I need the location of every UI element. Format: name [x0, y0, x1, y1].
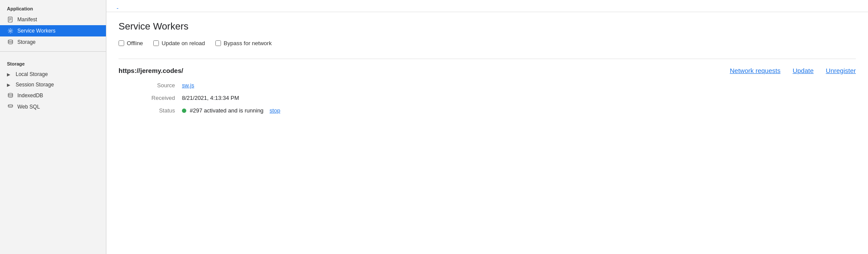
bypass-for-network-label: Bypass for network — [224, 40, 272, 46]
offline-label: Offline — [127, 40, 143, 46]
sw-received-row: Received 8/21/2021, 4:13:34 PM — [145, 95, 856, 101]
status-value: #297 activated and is running stop — [182, 107, 280, 114]
status-text: #297 activated and is running — [190, 107, 264, 114]
received-label: Received — [145, 95, 175, 101]
web-sql-icon — [7, 103, 14, 110]
status-label: Status — [145, 107, 175, 114]
sidebar: Application Manifest Service Workers — [0, 0, 106, 254]
update-link[interactable]: Update — [792, 67, 813, 74]
storage-section-title: Storage — [0, 55, 106, 69]
sw-source-row: Source sw.js — [145, 82, 856, 89]
sidebar-item-indexeddb[interactable]: IndexedDB — [0, 90, 106, 101]
checkboxes-row: Offline Update on reload Bypass for netw… — [119, 40, 856, 46]
indexeddb-icon — [7, 92, 14, 99]
arrow-right-icon-2: ▶ — [7, 82, 10, 87]
bypass-for-network-checkbox[interactable] — [215, 40, 221, 46]
top-link-bar — [106, 0, 868, 12]
source-link[interactable]: sw.js — [182, 82, 194, 89]
sidebar-item-local-storage-label: Local Storage — [16, 71, 48, 77]
top-underline-link[interactable] — [117, 3, 118, 9]
source-value: sw.js — [182, 82, 194, 89]
svg-point-4 — [10, 30, 11, 32]
content-area: Service Workers Offline Update on reload… — [106, 12, 868, 254]
network-requests-link[interactable]: Network requests — [730, 67, 781, 74]
sw-status-row: Status #297 activated and is running sto… — [145, 107, 856, 114]
gear-icon — [7, 27, 14, 34]
sidebar-item-storage-label: Storage — [17, 39, 36, 45]
sidebar-item-indexeddb-label: IndexedDB — [17, 92, 43, 99]
sidebar-item-manifest-label: Manifest — [17, 16, 37, 23]
sidebar-item-manifest[interactable]: Manifest — [0, 14, 106, 25]
svg-point-5 — [8, 40, 13, 42]
offline-checkbox[interactable] — [119, 40, 124, 46]
svg-point-13 — [8, 105, 13, 106]
offline-checkbox-label[interactable]: Offline — [119, 40, 143, 46]
sidebar-item-service-workers[interactable]: Service Workers — [0, 25, 106, 36]
service-worker-entry: https://jeremy.codes/ Network requests U… — [119, 59, 856, 114]
sidebar-item-web-sql-label: Web SQL — [17, 104, 40, 110]
sidebar-item-service-workers-label: Service Workers — [17, 28, 56, 34]
svg-point-12 — [8, 93, 13, 95]
stop-link[interactable]: stop — [270, 107, 281, 114]
manifest-icon — [7, 16, 14, 23]
sidebar-divider — [0, 51, 106, 52]
sidebar-item-local-storage[interactable]: ▶ Local Storage — [0, 69, 106, 79]
update-on-reload-label: Update on reload — [162, 40, 205, 46]
sw-header: https://jeremy.codes/ Network requests U… — [119, 67, 856, 74]
received-value: 8/21/2021, 4:13:34 PM — [182, 95, 239, 101]
storage-icon — [7, 39, 14, 46]
sidebar-item-web-sql[interactable]: Web SQL — [0, 101, 106, 112]
application-section-title: Application — [0, 0, 106, 14]
sw-details: Source sw.js Received 8/21/2021, 4:13:34… — [119, 82, 856, 114]
source-label: Source — [145, 82, 175, 89]
sidebar-item-storage[interactable]: Storage — [0, 36, 106, 48]
sidebar-item-session-storage-label: Session Storage — [16, 82, 54, 88]
sidebar-item-session-storage[interactable]: ▶ Session Storage — [0, 79, 106, 90]
update-on-reload-checkbox[interactable] — [153, 40, 159, 46]
sw-actions: Network requests Update Unregister — [730, 67, 856, 74]
arrow-right-icon: ▶ — [7, 72, 10, 77]
update-on-reload-checkbox-label[interactable]: Update on reload — [153, 40, 205, 46]
unregister-link[interactable]: Unregister — [826, 67, 856, 74]
bypass-for-network-checkbox-label[interactable]: Bypass for network — [215, 40, 272, 46]
status-dot — [182, 109, 186, 113]
sw-url: https://jeremy.codes/ — [119, 67, 183, 74]
page-title: Service Workers — [119, 21, 856, 32]
main-content: Service Workers Offline Update on reload… — [106, 0, 868, 254]
